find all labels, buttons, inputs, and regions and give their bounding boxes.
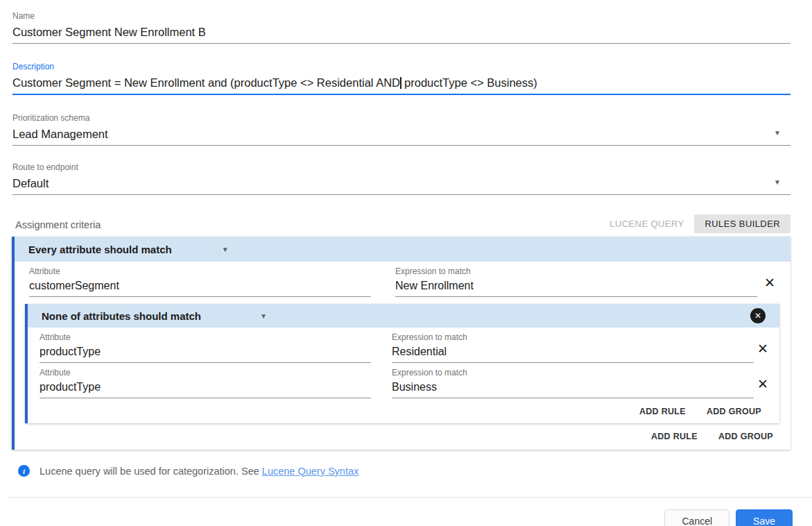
attribute-field[interactable]: Attribute productType (40, 368, 371, 398)
subgroup-header: None of attributes should match ▼ ✕ (28, 304, 779, 328)
criteria-mode-toggle: LUCENE QUERY RULES BUILDER (599, 214, 791, 233)
close-icon: ✕ (757, 377, 768, 391)
name-label: Name (12, 11, 791, 21)
description-label: Description (12, 62, 791, 71)
chevron-down-icon[interactable]: ▼ (222, 246, 229, 253)
attribute-input[interactable]: customerSegment (29, 279, 371, 296)
attribute-field[interactable]: Attribute customerSegment (29, 266, 371, 297)
description-field[interactable]: Description Customer Segment = New Enrol… (12, 62, 791, 95)
name-input[interactable]: Customer Segment New Enrollment B (12, 25, 791, 43)
remove-group-button[interactable]: ✕ (750, 308, 766, 323)
description-text-before-caret: Customer Segment = New Enrollment and (p… (12, 76, 400, 89)
remove-rule-button[interactable]: ✕ (757, 342, 768, 355)
close-icon: ✕ (757, 341, 768, 356)
prioritization-schema-value[interactable]: Lead Management (12, 127, 791, 145)
info-note-text: Lucene query will be used for categoriza… (40, 466, 359, 477)
close-circle-icon: ✕ (754, 312, 761, 320)
expression-input[interactable]: Residential (392, 345, 754, 362)
route-to-endpoint-label: Route to endpoint (12, 162, 791, 172)
expression-input[interactable]: Business (392, 380, 754, 398)
assignment-criteria-row: Assignment criteria LUCENE QUERY RULES B… (12, 214, 791, 233)
rule-row: Attribute customerSegment Expression to … (15, 262, 791, 297)
info-icon: i (18, 465, 30, 477)
name-field[interactable]: Name Customer Segment New Enrollment B (12, 11, 791, 44)
info-note: i Lucene query will be used for categori… (12, 465, 791, 477)
rule-row: Attribute productType Expression to matc… (28, 363, 779, 398)
cancel-button[interactable]: Cancel (664, 509, 729, 526)
expression-field[interactable]: Expression to match New Enrollment (395, 266, 757, 297)
add-rule-button[interactable]: ADD RULE (651, 432, 698, 441)
prioritization-schema-select[interactable]: Prioritization schema Lead Management ▼ (12, 113, 791, 146)
add-rule-button[interactable]: ADD RULE (639, 407, 686, 416)
tab-rules-builder[interactable]: RULES BUILDER (694, 214, 791, 233)
description-input[interactable]: Customer Segment = New Enrollment and (p… (12, 76, 791, 94)
prioritization-schema-label: Prioritization schema (12, 113, 791, 123)
save-button[interactable]: Save (736, 509, 793, 526)
route-to-endpoint-value[interactable]: Default (12, 176, 791, 194)
attribute-label: Attribute (40, 332, 371, 342)
close-icon: ✕ (764, 275, 775, 290)
footer-actions: Cancel Save (0, 498, 812, 526)
dropdown-arrow-icon[interactable]: ▼ (774, 129, 781, 137)
root-group-match-mode[interactable]: Every attribute should match (28, 244, 172, 255)
attribute-label: Attribute (29, 266, 371, 276)
assignment-criteria-label: Assignment criteria (12, 219, 101, 233)
rules-root-group: Every attribute should match ▼ Attribute… (12, 237, 791, 450)
remove-rule-button[interactable]: ✕ (764, 276, 775, 289)
expression-label: Expression to match (392, 332, 754, 342)
expression-field[interactable]: Expression to match Residential (392, 332, 754, 363)
subgroup-actions: ADD RULE ADD GROUP (28, 398, 779, 423)
tab-lucene-query[interactable]: LUCENE QUERY (599, 214, 694, 233)
description-text-after-caret: productType <> Business) (401, 76, 537, 89)
route-to-endpoint-select[interactable]: Route to endpoint Default ▼ (12, 162, 791, 195)
expression-label: Expression to match (392, 368, 754, 377)
remove-rule-button[interactable]: ✕ (757, 377, 768, 391)
expression-input[interactable]: New Enrollment (395, 279, 757, 296)
subgroup-match-mode[interactable]: None of attributes should match (42, 310, 201, 322)
chevron-down-icon[interactable]: ▼ (260, 312, 267, 320)
expression-field[interactable]: Expression to match Business (392, 368, 754, 398)
root-group-actions: ADD RULE ADD GROUP (15, 423, 791, 450)
dropdown-arrow-icon[interactable]: ▼ (774, 178, 781, 186)
expression-label: Expression to match (395, 266, 757, 276)
root-group-header: Every attribute should match ▼ (15, 237, 791, 262)
attribute-input[interactable]: productType (40, 380, 371, 398)
attribute-field[interactable]: Attribute productType (40, 332, 371, 363)
lucene-query-syntax-link[interactable]: Lucene Query Syntax (262, 466, 359, 477)
attribute-label: Attribute (40, 368, 371, 377)
attribute-input[interactable]: productType (40, 345, 371, 362)
rules-subgroup: None of attributes should match ▼ ✕ Attr… (25, 304, 779, 423)
add-group-button[interactable]: ADD GROUP (707, 407, 761, 416)
segment-form: Name Customer Segment New Enrollment B D… (0, 0, 812, 477)
add-group-button[interactable]: ADD GROUP (718, 432, 773, 441)
rule-row: Attribute productType Expression to matc… (28, 328, 779, 363)
